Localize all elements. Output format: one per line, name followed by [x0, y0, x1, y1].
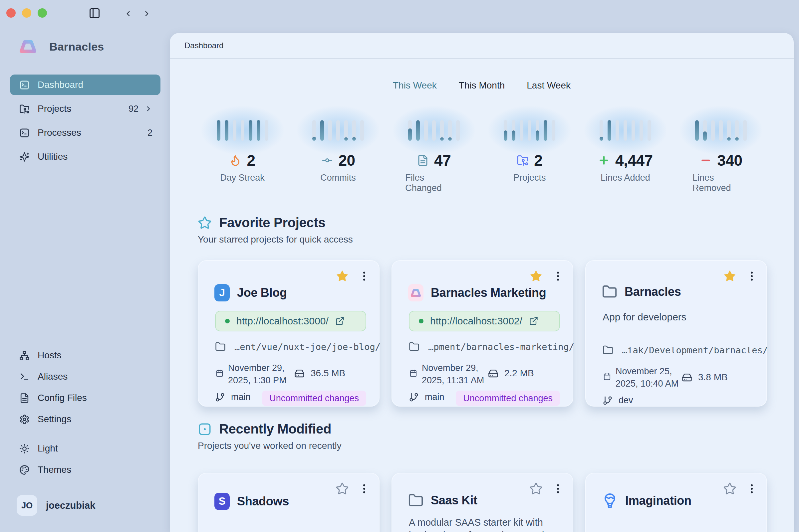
uncommitted-changes-badge: Uncommitted changes	[456, 391, 560, 406]
sidebar-item-dashboard[interactable]: Dashboard	[10, 75, 161, 95]
gear-icon	[19, 414, 30, 424]
favorites-section-head: Favorite Projects Your starred projects …	[198, 215, 353, 245]
sidebar-item-aliases[interactable]: Aliases	[10, 366, 161, 387]
hard-drive-icon	[294, 368, 304, 379]
star-filled-icon[interactable]	[529, 269, 543, 283]
hot-air-balloon-icon	[602, 493, 618, 509]
recent-section-head: Recently Modified Projects you've worked…	[198, 421, 341, 451]
modified-date: November 25,2025, 10:40 AM	[603, 365, 679, 390]
project-card-barnacles-marketing[interactable]: Barnacles Marketing http://localhost:300…	[391, 260, 573, 406]
app-logo-row: Barnacles	[19, 39, 104, 54]
external-link-icon[interactable]	[335, 317, 345, 326]
stat-label: Projects	[513, 173, 546, 183]
stat-projects: 2 Projects	[501, 120, 558, 193]
project-name: Joe Blog	[237, 286, 287, 300]
terminal-square-icon	[19, 80, 30, 90]
project-path-row: …iak/Development/barnacles/	[602, 345, 768, 355]
git-branch-icon	[602, 396, 613, 405]
sidebar-item-settings[interactable]: Settings	[10, 409, 161, 430]
calendar-icon	[409, 369, 417, 377]
sidebar-item-label: Dashboard	[38, 79, 83, 90]
square-dot-icon	[198, 422, 212, 436]
git-branch-icon	[215, 392, 225, 402]
project-card-imagination[interactable]: Imagination	[585, 473, 767, 532]
star-outline-icon[interactable]	[529, 482, 543, 495]
url-text: http://localhost:3002/	[430, 316, 522, 327]
sidebar-item-light-mode[interactable]: Light	[10, 438, 161, 459]
section-title: Recently Modified	[219, 421, 331, 437]
barnacles-logo-icon	[19, 39, 37, 54]
stat-day-streak: 2 Day Streak	[214, 120, 271, 193]
tab-this-week[interactable]: This Week	[393, 80, 437, 91]
sidebar-item-label: Themes	[38, 464, 71, 475]
sidebar-item-themes[interactable]: Themes	[10, 459, 161, 480]
sidebar: Barnacles Dashboard Projects 92 Processe…	[0, 0, 170, 532]
localhost-url-pill[interactable]: http://localhost:3000/	[215, 311, 366, 331]
minus-icon	[700, 154, 712, 166]
modified-date: November 29,2025, 1:30 PM	[216, 362, 286, 386]
network-icon	[19, 350, 30, 361]
project-card-barnacles[interactable]: Barnacles App for developers …iak/Develo…	[585, 260, 767, 406]
sidebar-item-hosts[interactable]: Hosts	[10, 345, 161, 366]
plus-icon	[598, 154, 610, 166]
sidebar-item-label: Settings	[38, 414, 71, 424]
git-branch-row: main	[215, 392, 251, 402]
folder-git-icon	[19, 104, 30, 114]
kebab-menu-icon[interactable]	[358, 483, 370, 495]
project-path-row: …pment/barnacles-marketing/	[409, 341, 574, 352]
calendar-icon	[216, 369, 223, 377]
uncommitted-changes-badge: Uncommitted changes	[262, 391, 366, 406]
user-row[interactable]: JO joeczubiak	[17, 495, 95, 516]
processes-count-badge: 2	[148, 128, 152, 138]
stat-files-changed: 47 Files Changed	[405, 120, 462, 193]
modified-date: November 29,2025, 11:31 AM	[409, 362, 484, 386]
sidebar-item-label: Projects	[38, 103, 71, 114]
project-name: Saas Kit	[431, 493, 478, 507]
kebab-menu-icon[interactable]	[746, 483, 758, 495]
folder-icon	[215, 341, 226, 352]
project-size: 3.8 MB	[682, 372, 728, 383]
kebab-menu-icon[interactable]	[552, 483, 564, 495]
kebab-menu-icon[interactable]	[552, 270, 564, 282]
sparkles-icon	[19, 152, 30, 162]
server-running-dot	[419, 319, 424, 323]
sidebar-item-processes[interactable]: Processes 2	[10, 122, 161, 143]
sparkline	[312, 120, 364, 141]
sidebar-item-projects[interactable]: Projects 92	[10, 98, 161, 119]
terminal-square-icon	[19, 128, 30, 138]
sparkline	[408, 120, 460, 141]
palette-icon	[19, 465, 30, 475]
stat-label: Lines Added	[600, 173, 650, 183]
project-card-shadows[interactable]: S Shadows	[198, 473, 379, 532]
chevron-right-icon[interactable]	[145, 105, 152, 113]
kebab-menu-icon[interactable]	[746, 270, 758, 282]
git-branch-row: main	[409, 392, 444, 402]
project-description: A modular SAAS starter kit withbackend A…	[409, 516, 544, 532]
projects-count-badge: 92	[129, 104, 138, 114]
sidebar-item-label: Utilities	[38, 151, 68, 162]
star-outline-icon[interactable]	[336, 482, 349, 495]
external-link-icon[interactable]	[529, 317, 538, 326]
terminal-icon	[19, 372, 30, 382]
project-size: 2.2 MB	[488, 368, 534, 379]
stats-row: 2 Day Streak 20 Commits 47 Files Changed…	[214, 120, 750, 193]
star-outline-icon[interactable]	[723, 482, 737, 495]
star-filled-icon[interactable]	[723, 269, 737, 283]
sidebar-item-utilities[interactable]: Utilities	[10, 146, 161, 167]
section-title: Favorite Projects	[219, 215, 325, 230]
stat-label: Day Streak	[220, 173, 265, 183]
tab-last-week[interactable]: Last Week	[527, 80, 571, 91]
git-branch-icon	[409, 392, 419, 402]
kebab-menu-icon[interactable]	[358, 270, 370, 282]
sidebar-footer-nav: Hosts Aliases Config Files Settings	[10, 345, 161, 430]
localhost-url-pill[interactable]: http://localhost:3002/	[409, 311, 560, 331]
sidebar-item-config-files[interactable]: Config Files	[10, 387, 161, 408]
project-card-saas-kit[interactable]: Saas Kit A modular SAAS starter kit with…	[391, 473, 573, 532]
section-subtitle: Your starred projects for quick access	[198, 234, 353, 245]
project-name: Barnacles Marketing	[431, 286, 546, 300]
section-subtitle: Projects you've worked on recently	[198, 440, 341, 451]
tab-this-month[interactable]: This Month	[459, 80, 505, 91]
star-filled-icon[interactable]	[336, 269, 349, 283]
sidebar-appearance-nav: Light Themes	[10, 438, 161, 481]
project-card-joe-blog[interactable]: J Joe Blog http://localhost:3000/ …ent/v…	[198, 260, 379, 406]
